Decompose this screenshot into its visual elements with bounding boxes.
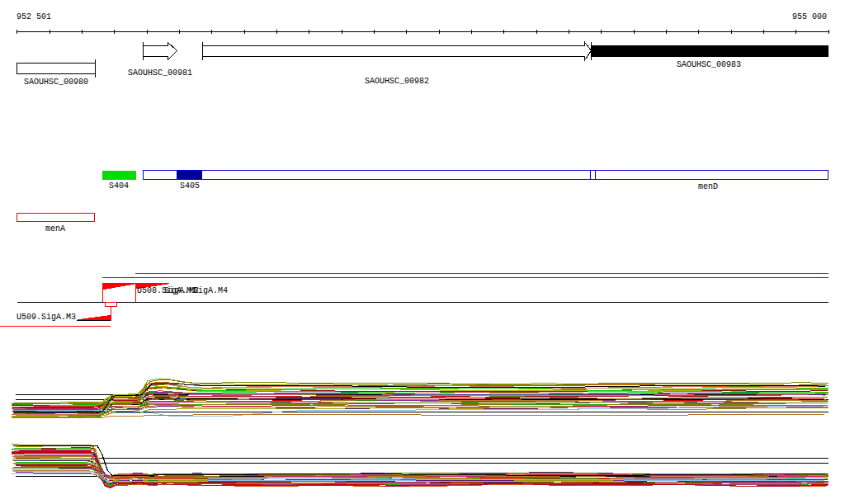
svg-text:SAOUHSC_00980: SAOUHSC_00980 [24, 78, 88, 87]
svg-text:menD: menD [698, 182, 718, 191]
svg-text:U509.SigA.M3: U509.SigA.M3 [17, 313, 76, 322]
svg-text:S404: S404 [109, 181, 129, 191]
svg-text:S405: S405 [180, 181, 200, 191]
svg-text:SAOUHSC_00982: SAOUHSC_00982 [365, 77, 429, 86]
svg-text:SAOUHSC_00983: SAOUHSC_00983 [677, 60, 741, 69]
svg-text:menA: menA [45, 224, 65, 233]
svg-text:SigA.M4: SigA.M4 [193, 286, 228, 295]
svg-text:952 501: 952 501 [17, 12, 51, 21]
svg-text:SAOUHSC_00981: SAOUHSC_00981 [128, 68, 192, 78]
svg-text:955 000: 955 000 [792, 12, 827, 21]
